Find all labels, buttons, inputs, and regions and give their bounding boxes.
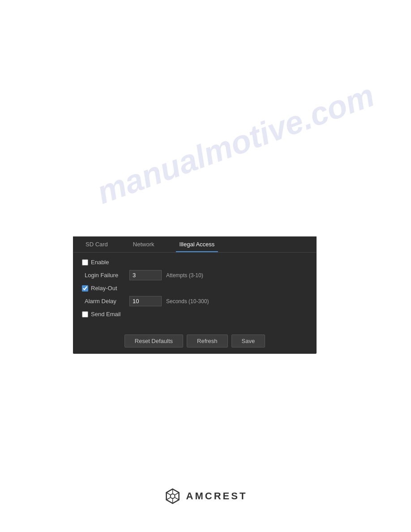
alarm-delay-row: Alarm Delay Seconds (10-300) (82, 296, 308, 306)
svg-line-5 (175, 498, 179, 500)
send-email-row: Send Email (82, 311, 308, 317)
relay-out-label-text: Relay-Out (91, 285, 117, 292)
tab-bar: SD Card Network Illegal Access (73, 236, 317, 253)
relay-out-row: Relay-Out (82, 285, 308, 292)
alarm-delay-input[interactable] (129, 296, 162, 306)
refresh-button[interactable]: Refresh (187, 335, 228, 348)
alarm-delay-hint: Seconds (10-300) (166, 298, 209, 305)
enable-label[interactable]: Enable (82, 259, 109, 266)
relay-out-label[interactable]: Relay-Out (82, 285, 117, 292)
send-email-checkbox[interactable] (82, 311, 88, 317)
reset-defaults-button[interactable]: Reset Defaults (124, 335, 183, 348)
alarm-delay-label: Alarm Delay (85, 298, 129, 305)
amcrest-logo-icon (164, 487, 182, 505)
content-area: Enable Login Failure Attempts (3-10) Rel… (73, 253, 317, 330)
send-email-label-text: Send Email (91, 311, 120, 317)
save-button[interactable]: Save (231, 335, 265, 348)
send-email-label[interactable]: Send Email (82, 311, 120, 317)
logo-text: AMCREST (186, 490, 248, 502)
enable-checkbox[interactable] (82, 259, 88, 266)
tab-sd-card[interactable]: SD Card (73, 236, 120, 252)
button-bar: Reset Defaults Refresh Save (73, 330, 317, 354)
watermark: manualmotive.com (92, 77, 379, 211)
tab-illegal-access[interactable]: Illegal Access (167, 236, 227, 252)
svg-point-1 (171, 494, 175, 498)
svg-line-4 (167, 493, 171, 495)
login-failure-row: Login Failure Attempts (3-10) (82, 270, 308, 280)
svg-line-7 (167, 498, 171, 500)
settings-panel: SD Card Network Illegal Access Enable Lo… (73, 236, 317, 354)
login-failure-input[interactable] (129, 270, 162, 280)
enable-row: Enable (82, 259, 308, 266)
login-failure-hint: Attempts (3-10) (166, 272, 203, 279)
svg-line-6 (175, 493, 179, 495)
tab-network[interactable]: Network (120, 236, 167, 252)
logo-area: AMCREST (164, 487, 248, 505)
enable-label-text: Enable (91, 259, 109, 266)
login-failure-label: Login Failure (85, 272, 129, 279)
relay-out-checkbox[interactable] (82, 285, 88, 292)
